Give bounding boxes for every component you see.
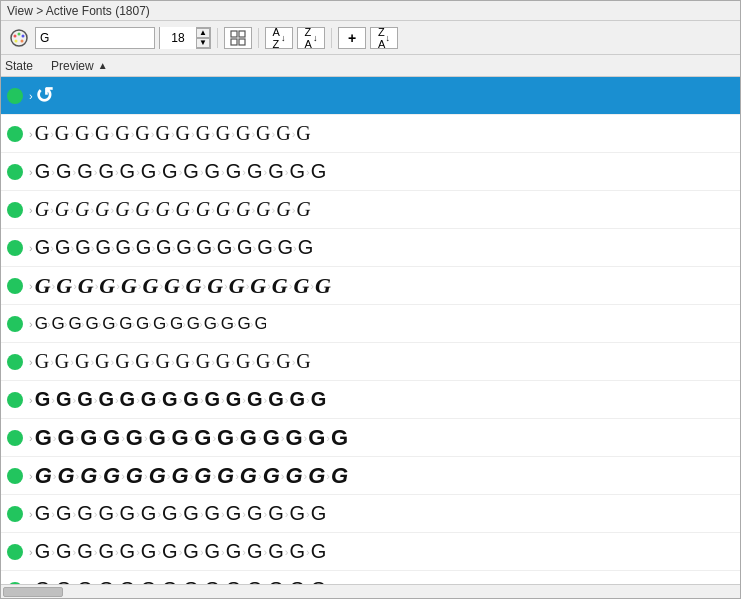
font-char-separator: › xyxy=(250,318,254,330)
font-char-separator: › xyxy=(157,166,161,178)
toolbar-separator-1 xyxy=(217,28,218,48)
font-list-row[interactable]: ›G›G›G›G›G›G›G›G›G›G›G›G›G›G xyxy=(1,495,740,533)
row-expand-arrow[interactable]: › xyxy=(29,546,33,558)
font-char-separator: › xyxy=(148,318,152,330)
font-char: G xyxy=(80,463,97,489)
font-char: G xyxy=(95,236,110,259)
font-char-separator: › xyxy=(326,432,330,444)
font-char-separator: › xyxy=(52,280,56,292)
font-list-row[interactable]: ›G›G›G›G›G›G›G›G›G›G›G›G›G›G xyxy=(1,571,740,584)
horizontal-scrollbar[interactable] xyxy=(1,584,740,598)
font-char: G xyxy=(277,236,292,259)
font-char: G xyxy=(289,540,305,563)
font-char: G xyxy=(135,198,149,221)
add-filter-button[interactable]: + xyxy=(338,27,366,49)
font-char: G xyxy=(141,160,157,183)
size-down-button[interactable]: ▼ xyxy=(196,38,210,48)
font-char-separator: › xyxy=(179,394,183,406)
font-list-row[interactable]: ›G›G›G›G›G›G›G›G›G›G›G›G›G›G xyxy=(1,343,740,381)
font-char: G xyxy=(196,198,210,221)
font-char: G xyxy=(95,122,109,145)
svg-point-5 xyxy=(21,39,24,42)
sort-az-button[interactable]: AZ ↓ xyxy=(265,27,293,49)
font-char-separator: › xyxy=(64,318,68,330)
font-char-separator: › xyxy=(94,394,98,406)
font-char: G xyxy=(98,502,114,525)
sort-button[interactable]: ZA ↓ xyxy=(370,27,398,49)
font-char: G xyxy=(56,273,72,299)
font-char-separator: › xyxy=(272,356,276,368)
col-state-header[interactable]: State xyxy=(5,59,51,73)
font-char-separator: › xyxy=(91,242,95,254)
row-expand-arrow[interactable]: › xyxy=(29,318,33,330)
font-char: G xyxy=(236,350,250,373)
row-expand-arrow[interactable]: › xyxy=(29,508,33,520)
size-up-button[interactable]: ▲ xyxy=(196,28,210,38)
font-char-separator: › xyxy=(111,204,115,216)
font-char: G xyxy=(272,273,288,299)
font-list-row[interactable]: ›G›G›G›G›G›G›G›G›G›G›G›G›G›G xyxy=(1,381,740,419)
font-list-row[interactable]: ›G›G›G›G›G›G›G›G›G›G›G›G›G›G xyxy=(1,229,740,267)
svg-point-1 xyxy=(14,34,17,37)
font-char-separator: › xyxy=(171,204,175,216)
row-expand-arrow[interactable]: › xyxy=(29,90,33,102)
font-char: G xyxy=(205,160,221,183)
row-expand-arrow[interactable]: › xyxy=(29,394,33,406)
font-char-separator: › xyxy=(272,204,276,216)
font-char-separator: › xyxy=(144,470,148,482)
font-char-separator: › xyxy=(171,128,175,140)
font-char-separator: › xyxy=(264,508,268,520)
row-expand-arrow[interactable]: › xyxy=(29,128,33,140)
sort-za-button[interactable]: ZA ↓ xyxy=(297,27,325,49)
state-dot xyxy=(7,430,23,446)
scrollbar-thumb[interactable] xyxy=(3,587,63,597)
font-char-separator: › xyxy=(200,394,204,406)
font-manager-icon[interactable] xyxy=(7,26,31,50)
font-list-row[interactable]: ›G›G›G›G›G›G›G›G›G›G›G›G›G›G xyxy=(1,191,740,229)
font-list-row[interactable]: ›G›G›G›G›G›G›G›G›G›G›G›G›G›G xyxy=(1,305,740,343)
row-expand-arrow[interactable]: › xyxy=(29,166,33,178)
font-char: G xyxy=(289,502,305,525)
row-expand-arrow[interactable]: › xyxy=(29,204,33,216)
font-char: G xyxy=(80,425,97,451)
font-char: G xyxy=(75,122,89,145)
font-char-separator: › xyxy=(200,508,204,520)
font-list[interactable]: ›↺›G›G›G›G›G›G›G›G›G›G›G›G›G›G›G›G›G›G›G… xyxy=(1,77,740,584)
font-char: G xyxy=(77,502,93,525)
font-char: G xyxy=(35,314,46,334)
font-char: G xyxy=(115,198,129,221)
font-list-row[interactable]: ›G›G›G›G›G›G›G›G›G›G›G›G›G›G xyxy=(1,115,740,153)
view-grid-button[interactable] xyxy=(224,27,252,49)
row-expand-arrow[interactable]: › xyxy=(29,242,33,254)
row-expand-arrow[interactable]: › xyxy=(29,432,33,444)
font-list-row[interactable]: ›G›G›G›G›G›G›G›G›G›G›G›G›G›G xyxy=(1,419,740,457)
font-char: G xyxy=(196,122,210,145)
col-preview-label: Preview xyxy=(51,59,94,73)
row-expand-arrow[interactable]: › xyxy=(29,470,33,482)
font-char-separator: › xyxy=(191,128,195,140)
font-char: G xyxy=(183,540,199,563)
font-char-separator: › xyxy=(190,470,194,482)
font-char-separator: › xyxy=(151,242,155,254)
font-list-row[interactable]: ›↺ xyxy=(1,77,740,115)
font-char: G xyxy=(116,236,131,259)
row-expand-arrow[interactable]: › xyxy=(29,280,33,292)
font-char: G xyxy=(183,388,199,411)
font-list-row[interactable]: ›G›G›G›G›G›G›G›G›G›G›G›G›G›G xyxy=(1,533,740,571)
font-char: G xyxy=(238,314,249,334)
font-list-row[interactable]: ›G›G›G›G›G›G›G›G›G›G›G›G›G›G xyxy=(1,153,740,191)
font-search-input[interactable] xyxy=(35,27,155,49)
font-char: G xyxy=(68,314,79,334)
row-expand-arrow[interactable]: › xyxy=(29,356,33,368)
font-char-separator: › xyxy=(70,356,74,368)
font-list-row[interactable]: ›G›G›G›G›G›G›G›G›G›G›G›G›G›G xyxy=(1,457,740,495)
font-char: G xyxy=(57,425,74,451)
font-size-input[interactable] xyxy=(160,27,196,49)
col-preview-header[interactable]: Preview ▲ xyxy=(51,59,108,73)
font-char: G xyxy=(153,314,164,334)
font-char-separator: › xyxy=(264,394,268,406)
font-char-separator: › xyxy=(181,280,185,292)
font-char: G xyxy=(194,463,211,489)
font-char-separator: › xyxy=(94,166,98,178)
font-list-row[interactable]: ›G›G›G›G›G›G›G›G›G›G›G›G›G›G xyxy=(1,267,740,305)
